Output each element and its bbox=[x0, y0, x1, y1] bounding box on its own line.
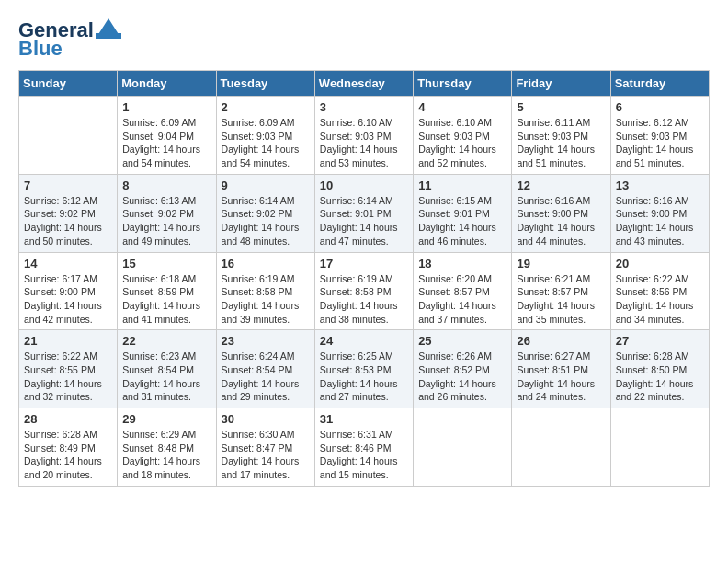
day-number: 4 bbox=[418, 100, 506, 114]
calendar-week-row: 21Sunrise: 6:22 AM Sunset: 8:55 PM Dayli… bbox=[19, 330, 710, 408]
day-number: 28 bbox=[24, 412, 112, 426]
day-number: 24 bbox=[320, 334, 408, 348]
day-number: 6 bbox=[616, 100, 704, 114]
calendar-day-cell: 12Sunrise: 6:16 AM Sunset: 9:00 PM Dayli… bbox=[512, 174, 610, 252]
day-info: Sunrise: 6:19 AM Sunset: 8:58 PM Dayligh… bbox=[320, 272, 408, 327]
day-info: Sunrise: 6:28 AM Sunset: 8:49 PM Dayligh… bbox=[24, 428, 112, 482]
calendar-day-header: Wednesday bbox=[314, 71, 413, 97]
day-number: 1 bbox=[122, 100, 210, 114]
day-info: Sunrise: 6:24 AM Sunset: 8:54 PM Dayligh… bbox=[222, 350, 310, 404]
day-info: Sunrise: 6:10 AM Sunset: 9:03 PM Dayligh… bbox=[320, 116, 408, 170]
calendar-day-cell: 25Sunrise: 6:26 AM Sunset: 8:52 PM Dayli… bbox=[414, 330, 512, 408]
svg-rect-1 bbox=[96, 33, 121, 39]
calendar-day-cell: 9Sunrise: 6:14 AM Sunset: 9:02 PM Daylig… bbox=[216, 174, 314, 252]
day-number: 19 bbox=[517, 257, 605, 270]
day-number: 16 bbox=[222, 257, 310, 270]
day-info: Sunrise: 6:14 AM Sunset: 9:01 PM Dayligh… bbox=[320, 194, 408, 248]
day-info: Sunrise: 6:23 AM Sunset: 8:54 PM Dayligh… bbox=[122, 350, 210, 404]
day-number: 17 bbox=[320, 257, 408, 270]
day-number: 5 bbox=[517, 100, 605, 114]
calendar-week-row: 14Sunrise: 6:17 AM Sunset: 9:00 PM Dayli… bbox=[19, 252, 710, 330]
calendar-day-cell: 14Sunrise: 6:17 AM Sunset: 9:00 PM Dayli… bbox=[19, 252, 118, 330]
calendar-day-cell: 28Sunrise: 6:28 AM Sunset: 8:49 PM Dayli… bbox=[19, 408, 118, 487]
day-number: 18 bbox=[418, 257, 506, 270]
logo-blue: Blue bbox=[18, 37, 63, 61]
day-info: Sunrise: 6:28 AM Sunset: 8:50 PM Dayligh… bbox=[616, 350, 704, 404]
calendar-day-cell bbox=[512, 408, 610, 487]
calendar-day-cell: 24Sunrise: 6:25 AM Sunset: 8:53 PM Dayli… bbox=[314, 330, 413, 408]
day-info: Sunrise: 6:12 AM Sunset: 9:03 PM Dayligh… bbox=[616, 116, 704, 170]
day-number: 3 bbox=[320, 100, 408, 114]
day-number: 20 bbox=[616, 257, 704, 270]
day-info: Sunrise: 6:20 AM Sunset: 8:57 PM Dayligh… bbox=[418, 272, 506, 327]
day-info: Sunrise: 6:13 AM Sunset: 9:02 PM Dayligh… bbox=[122, 194, 210, 248]
calendar-day-cell bbox=[610, 408, 709, 487]
calendar-day-cell: 2Sunrise: 6:09 AM Sunset: 9:03 PM Daylig… bbox=[216, 97, 314, 175]
calendar-day-cell: 5Sunrise: 6:11 AM Sunset: 9:03 PM Daylig… bbox=[512, 97, 610, 175]
calendar-day-cell: 4Sunrise: 6:10 AM Sunset: 9:03 PM Daylig… bbox=[414, 97, 512, 175]
calendar-day-cell: 8Sunrise: 6:13 AM Sunset: 9:02 PM Daylig… bbox=[118, 174, 216, 252]
calendar-day-header: Monday bbox=[118, 71, 216, 97]
day-info: Sunrise: 6:22 AM Sunset: 8:55 PM Dayligh… bbox=[24, 350, 112, 404]
day-number: 21 bbox=[24, 334, 112, 348]
calendar-day-cell: 17Sunrise: 6:19 AM Sunset: 8:58 PM Dayli… bbox=[314, 252, 413, 330]
day-number: 26 bbox=[517, 334, 605, 348]
day-number: 8 bbox=[122, 178, 210, 192]
day-number: 12 bbox=[517, 178, 605, 192]
calendar-day-header: Saturday bbox=[610, 71, 709, 97]
day-info: Sunrise: 6:18 AM Sunset: 8:59 PM Dayligh… bbox=[122, 272, 210, 327]
day-number: 27 bbox=[616, 334, 704, 348]
calendar-day-cell: 13Sunrise: 6:16 AM Sunset: 9:00 PM Dayli… bbox=[610, 174, 709, 252]
day-info: Sunrise: 6:29 AM Sunset: 8:48 PM Dayligh… bbox=[122, 428, 210, 482]
day-info: Sunrise: 6:17 AM Sunset: 9:00 PM Dayligh… bbox=[24, 272, 112, 327]
day-info: Sunrise: 6:26 AM Sunset: 8:52 PM Dayligh… bbox=[418, 350, 506, 404]
calendar-day-cell: 23Sunrise: 6:24 AM Sunset: 8:54 PM Dayli… bbox=[216, 330, 314, 408]
page-header: General Blue bbox=[18, 18, 710, 61]
calendar-day-cell: 20Sunrise: 6:22 AM Sunset: 8:56 PM Dayli… bbox=[610, 252, 709, 330]
calendar-day-cell: 19Sunrise: 6:21 AM Sunset: 8:57 PM Dayli… bbox=[512, 252, 610, 330]
day-info: Sunrise: 6:15 AM Sunset: 9:01 PM Dayligh… bbox=[418, 194, 506, 248]
day-info: Sunrise: 6:09 AM Sunset: 9:04 PM Dayligh… bbox=[122, 116, 210, 170]
day-info: Sunrise: 6:22 AM Sunset: 8:56 PM Dayligh… bbox=[616, 272, 704, 327]
calendar-day-cell: 27Sunrise: 6:28 AM Sunset: 8:50 PM Dayli… bbox=[610, 330, 709, 408]
calendar-day-cell: 31Sunrise: 6:31 AM Sunset: 8:46 PM Dayli… bbox=[314, 408, 413, 487]
calendar-day-cell bbox=[19, 97, 118, 175]
day-info: Sunrise: 6:30 AM Sunset: 8:47 PM Dayligh… bbox=[222, 428, 310, 482]
calendar-day-cell: 3Sunrise: 6:10 AM Sunset: 9:03 PM Daylig… bbox=[314, 97, 413, 175]
day-number: 25 bbox=[418, 334, 506, 348]
calendar-day-header: Tuesday bbox=[216, 71, 314, 97]
day-info: Sunrise: 6:10 AM Sunset: 9:03 PM Dayligh… bbox=[418, 116, 506, 170]
calendar-day-cell: 16Sunrise: 6:19 AM Sunset: 8:58 PM Dayli… bbox=[216, 252, 314, 330]
calendar-day-cell: 10Sunrise: 6:14 AM Sunset: 9:01 PM Dayli… bbox=[314, 174, 413, 252]
calendar-day-cell: 29Sunrise: 6:29 AM Sunset: 8:48 PM Dayli… bbox=[118, 408, 216, 487]
calendar-day-cell: 6Sunrise: 6:12 AM Sunset: 9:03 PM Daylig… bbox=[610, 97, 709, 175]
calendar-week-row: 28Sunrise: 6:28 AM Sunset: 8:49 PM Dayli… bbox=[19, 408, 710, 487]
day-number: 22 bbox=[122, 334, 210, 348]
calendar-day-cell: 26Sunrise: 6:27 AM Sunset: 8:51 PM Dayli… bbox=[512, 330, 610, 408]
calendar-week-row: 1Sunrise: 6:09 AM Sunset: 9:04 PM Daylig… bbox=[19, 97, 710, 175]
day-number: 23 bbox=[222, 334, 310, 348]
calendar-day-cell: 21Sunrise: 6:22 AM Sunset: 8:55 PM Dayli… bbox=[19, 330, 118, 408]
day-number: 29 bbox=[122, 412, 210, 426]
calendar-day-cell: 1Sunrise: 6:09 AM Sunset: 9:04 PM Daylig… bbox=[118, 97, 216, 175]
day-number: 11 bbox=[418, 178, 506, 192]
day-info: Sunrise: 6:16 AM Sunset: 9:00 PM Dayligh… bbox=[616, 194, 704, 248]
calendar-week-row: 7Sunrise: 6:12 AM Sunset: 9:02 PM Daylig… bbox=[19, 174, 710, 252]
calendar-day-cell: 11Sunrise: 6:15 AM Sunset: 9:01 PM Dayli… bbox=[414, 174, 512, 252]
day-info: Sunrise: 6:16 AM Sunset: 9:00 PM Dayligh… bbox=[517, 194, 605, 248]
calendar-day-cell: 15Sunrise: 6:18 AM Sunset: 8:59 PM Dayli… bbox=[118, 252, 216, 330]
calendar-day-header: Sunday bbox=[19, 71, 118, 97]
calendar-day-cell bbox=[414, 408, 512, 487]
day-number: 9 bbox=[222, 178, 310, 192]
day-number: 30 bbox=[222, 412, 310, 426]
calendar-day-header: Thursday bbox=[414, 71, 512, 97]
day-info: Sunrise: 6:14 AM Sunset: 9:02 PM Dayligh… bbox=[222, 194, 310, 248]
day-info: Sunrise: 6:31 AM Sunset: 8:46 PM Dayligh… bbox=[320, 428, 408, 482]
logo-icon bbox=[96, 18, 121, 39]
day-info: Sunrise: 6:11 AM Sunset: 9:03 PM Dayligh… bbox=[517, 116, 605, 170]
day-number: 31 bbox=[320, 412, 408, 426]
logo: General Blue bbox=[18, 18, 121, 61]
day-number: 15 bbox=[122, 257, 210, 270]
day-number: 14 bbox=[24, 257, 112, 270]
day-number: 10 bbox=[320, 178, 408, 192]
